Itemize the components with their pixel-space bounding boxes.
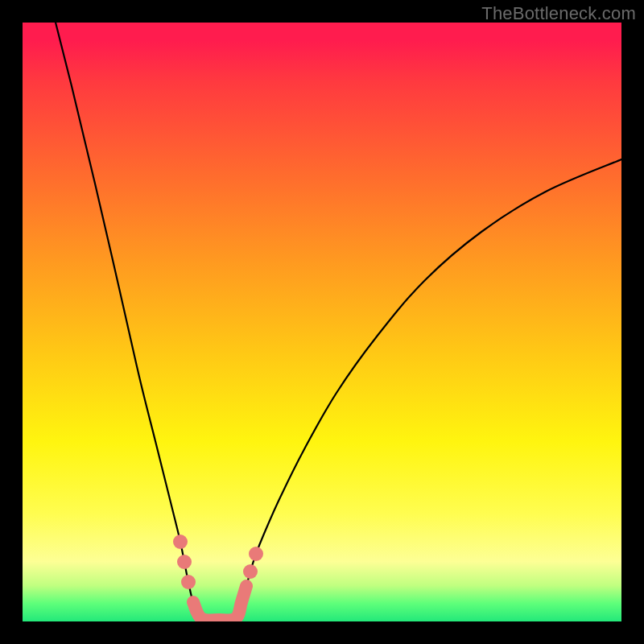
curves-svg [23,23,621,621]
right-curve [236,159,621,618]
valley-bead-stroke [193,586,246,621]
plot-area [23,23,621,621]
left-curve [52,23,201,618]
chart-frame: TheBottleneck.com [0,0,644,644]
bead-dot [249,547,263,561]
watermark-text: TheBottleneck.com [481,3,636,24]
bead-dot [181,575,196,589]
bead-dot [173,535,188,549]
bead-dot [243,564,258,579]
bead-dot [177,555,192,569]
